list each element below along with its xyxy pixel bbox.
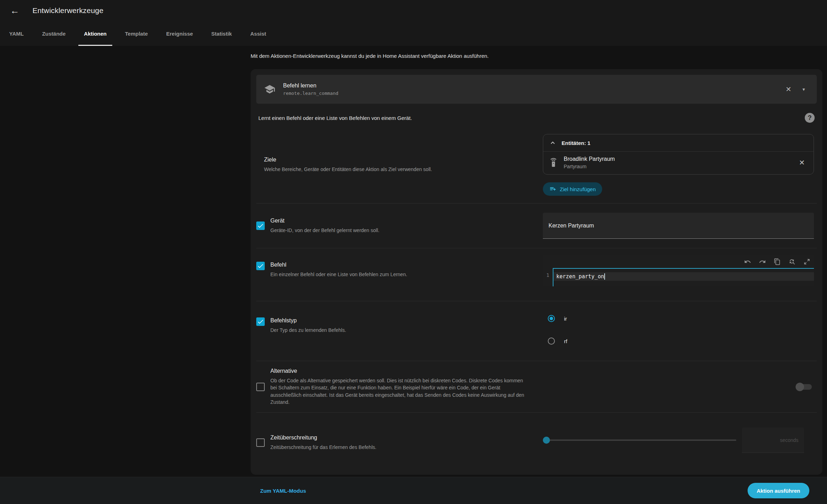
timeout-slider[interactable]	[543, 433, 736, 447]
timeout-controls: seconds	[543, 413, 814, 466]
command-type-text-block: Befehlstyp Der Typ des zu lernenden Befe…	[270, 317, 346, 334]
entity-texts: Broadlink Partyraum Partyraum	[564, 156, 796, 169]
alternative-row: Alternative Ob der Code als Alternative …	[256, 361, 817, 412]
timeout-labels: Zeitüberschreitung Zeitüberschreitung fü…	[256, 413, 543, 466]
remote-icon	[549, 158, 558, 167]
command-value: kerzen_party_on	[556, 273, 604, 280]
targets-row: Ziele Welche Bereiche, Geräte oder Entit…	[256, 131, 817, 203]
timeout-checkbox[interactable]	[256, 438, 265, 447]
alternative-text-block: Alternative Ob der Code als Alternative …	[270, 368, 529, 406]
command-type-description: Der Typ des zu lernenden Befehls.	[270, 327, 346, 334]
developer-tools-screen: ← Entwicklerwerkzeuge YAML Zustände Akti…	[0, 0, 827, 504]
device-label: Gerät	[270, 218, 379, 224]
entities-count: Entitäten: 1	[562, 140, 591, 146]
tab-ereignisse[interactable]: Ereignisse	[157, 21, 202, 46]
radio-selected-icon	[548, 315, 555, 322]
device-description: Geräte-ID, von der der Befehl gelernt we…	[270, 227, 379, 234]
code-line: kerzen_party_on	[553, 272, 814, 281]
service-description: Lernt einen Befehl oder eine Liste von B…	[258, 115, 805, 121]
entities-header[interactable]: Entitäten: 1	[543, 134, 814, 152]
code-editor-toolbar	[543, 255, 814, 268]
device-checkbox[interactable]	[256, 221, 265, 230]
targets-controls: Entitäten: 1 Broadlink Partyraum Partyra…	[543, 131, 814, 203]
command-text-block: Befehl Ein einzelner Befehl oder eine Li…	[270, 262, 407, 278]
device-row: Gerät Geräte-ID, von der der Befehl gele…	[256, 203, 817, 248]
help-icon[interactable]: ?	[805, 113, 815, 123]
targets-label: Ziele	[264, 157, 529, 163]
targets-description: Welche Bereiche, Geräte oder Entitäten d…	[264, 166, 529, 173]
service-description-row: Lernt einen Befehl oder eine Liste von B…	[256, 104, 817, 131]
toggle-thumb	[796, 383, 804, 391]
slider-thumb[interactable]	[543, 437, 550, 444]
add-target-button[interactable]: Ziel hinzufügen	[543, 182, 602, 196]
tab-statistik[interactable]: Statistik	[202, 21, 241, 46]
service-name: Befehl lernen	[283, 83, 782, 89]
radio-unselected-icon	[548, 338, 555, 345]
app-bar: ← Entwicklerwerkzeuge	[0, 0, 827, 21]
device-value: Kerzen Partyraum	[549, 223, 594, 229]
radio-rf-label: rf	[564, 338, 567, 344]
entity-picker: Entitäten: 1 Broadlink Partyraum Partyra…	[543, 134, 814, 175]
command-type-row: Befehlstyp Der Typ des zu lernenden Befe…	[256, 301, 817, 361]
service-header: Befehl lernen remote.learn_command ✕ ▾	[256, 75, 817, 104]
code-editor-body[interactable]: 1 kerzen_party_on	[543, 268, 814, 286]
radio-option-ir[interactable]: ir	[548, 313, 814, 324]
alternative-label: Alternative	[270, 368, 529, 374]
find-replace-icon[interactable]	[789, 258, 796, 265]
alternative-controls	[543, 384, 814, 390]
page-title: Entwicklerwerkzeuge	[32, 6, 103, 15]
close-icon[interactable]: ✕	[782, 83, 795, 96]
expand-icon[interactable]	[803, 258, 810, 265]
device-controls: Kerzen Partyraum	[543, 213, 814, 239]
back-arrow-icon[interactable]: ←	[8, 4, 21, 17]
yaml-mode-link[interactable]: Zum YAML-Modus	[260, 488, 306, 494]
command-description: Ein einzelner Befehl oder eine Liste von…	[270, 271, 407, 278]
device-text-block: Gerät Geräte-ID, von der der Befehl gele…	[270, 218, 379, 234]
remove-entity-icon[interactable]: ✕	[796, 157, 808, 169]
targets-labels: Ziele Welche Bereiche, Geräte oder Entit…	[256, 131, 543, 203]
tab-template[interactable]: Template	[116, 21, 157, 46]
timeout-label: Zeitüberschreitung	[270, 435, 376, 441]
redo-icon[interactable]	[759, 258, 766, 265]
action-card: Befehl lernen remote.learn_command ✕ ▾ L…	[251, 69, 822, 475]
undo-icon[interactable]	[744, 258, 751, 265]
chevron-up-icon	[549, 139, 557, 147]
tab-yaml[interactable]: YAML	[0, 21, 33, 46]
command-type-labels: Befehlstyp Der Typ des zu lernenden Befe…	[256, 301, 543, 361]
alternative-checkbox[interactable]	[256, 383, 265, 391]
intro-text: Mit dem Aktionen-Entwicklerwerkzeug kann…	[251, 53, 822, 59]
tab-zustaende[interactable]: Zustände	[33, 21, 75, 46]
timeout-seconds-field: seconds	[742, 427, 804, 453]
command-controls: 1 kerzen_party_on	[543, 248, 814, 301]
radio-ir-label: ir	[564, 316, 567, 322]
line-number-gutter: 1	[543, 268, 553, 286]
tab-aktionen[interactable]: Aktionen	[75, 21, 116, 46]
service-id: remote.learn_command	[283, 91, 782, 96]
command-labels: Befehl Ein einzelner Befehl oder eine Li…	[256, 248, 543, 301]
slider-track	[543, 439, 736, 441]
device-labels: Gerät Geräte-ID, von der der Befehl gele…	[256, 218, 543, 234]
entity-row[interactable]: Broadlink Partyraum Partyraum ✕	[543, 152, 814, 174]
run-action-button[interactable]: Aktion ausführen	[748, 483, 809, 498]
radio-option-rf[interactable]: rf	[548, 336, 814, 346]
playlist-plus-icon	[549, 186, 556, 193]
command-checkbox[interactable]	[256, 262, 265, 270]
content-area: Mit dem Aktionen-Entwicklerwerkzeug kann…	[0, 46, 827, 477]
add-target-label: Ziel hinzufügen	[560, 186, 596, 192]
tab-assist[interactable]: Assist	[241, 21, 275, 46]
code-area[interactable]: kerzen_party_on	[553, 268, 814, 286]
alternative-toggle[interactable]	[796, 384, 812, 390]
command-type-label: Befehlstyp	[270, 317, 346, 324]
form-rows: Ziele Welche Bereiche, Geräte oder Entit…	[256, 131, 817, 466]
command-type-checkbox[interactable]	[256, 317, 265, 326]
code-editor: 1 kerzen_party_on	[543, 255, 814, 286]
command-type-options: ir rf	[543, 301, 814, 361]
tab-bar: YAML Zustände Aktionen Template Ereignis…	[0, 21, 827, 46]
copy-icon[interactable]	[774, 258, 781, 265]
footer-bar: Zum YAML-Modus Aktion ausführen	[0, 477, 827, 504]
service-titles: Befehl lernen remote.learn_command	[283, 83, 782, 96]
entity-name: Broadlink Partyraum	[564, 156, 796, 162]
text-caret	[604, 273, 605, 280]
dropdown-arrow-icon[interactable]: ▾	[798, 84, 809, 95]
device-input[interactable]: Kerzen Partyraum	[543, 213, 814, 239]
